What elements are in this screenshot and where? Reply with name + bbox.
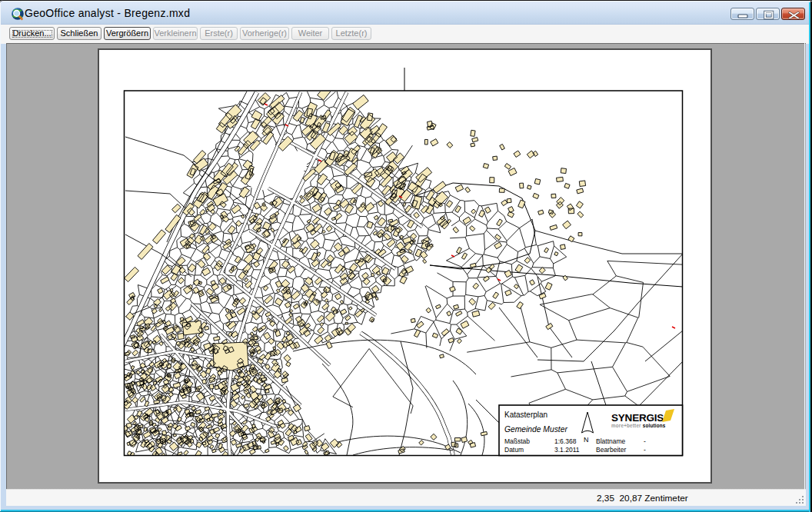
svg-text:Katasterplan: Katasterplan [504,411,547,419]
svg-text:3.1.2011: 3.1.2011 [554,446,580,454]
svg-text:Maßstab: Maßstab [504,437,530,445]
svg-text:-: - [644,446,646,454]
svg-text:N: N [584,436,589,444]
svg-text:Datum: Datum [504,446,524,454]
svg-text:more+better solutions: more+better solutions [611,423,666,428]
svg-text:Bearbeiter: Bearbeiter [596,446,626,454]
svg-text:Blattname: Blattname [596,437,626,445]
svg-text:-: - [644,437,646,445]
svg-text:1:6.368: 1:6.368 [554,437,577,445]
svg-text:Gemeinde Muster: Gemeinde Muster [504,425,567,434]
